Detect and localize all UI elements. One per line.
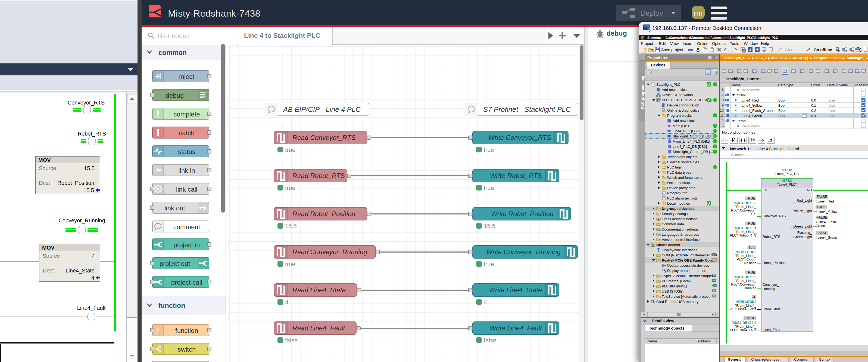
svg-text:?: ? <box>838 50 840 53</box>
svg-text:?: ? <box>664 264 666 268</box>
svg-text:f: f <box>156 326 159 335</box>
svg-text:?: ? <box>716 254 717 257</box>
svg-text:V17: V17 <box>641 38 644 40</box>
svg-text:RT: RT <box>771 50 774 53</box>
svg-text:??: ?? <box>751 139 754 142</box>
